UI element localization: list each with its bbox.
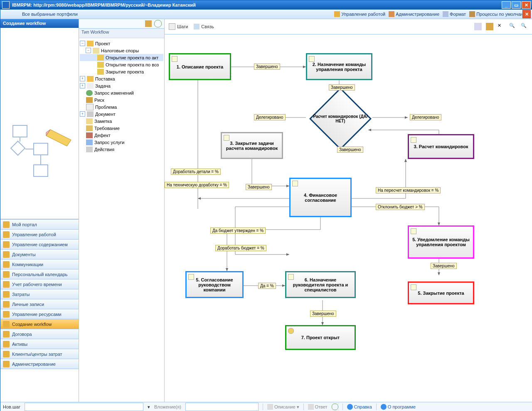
nav-documents[interactable]: Документы: [0, 250, 79, 259]
step-icon: [288, 274, 294, 280]
node-5c[interactable]: 5. Закрытие проекта: [408, 281, 474, 304]
svg-rect-3: [34, 165, 48, 176]
node-7[interactable]: 7. Проект открыт: [285, 325, 356, 350]
canvas-toolbar: Шаги Связь ✕ 🔍 🔍: [165, 19, 532, 34]
menu-default-processes[interactable]: Процессы по умолчанию: [469, 11, 529, 17]
step-icon: [188, 274, 194, 280]
minimize-button[interactable]: _: [502, 1, 511, 9]
print-icon[interactable]: [145, 20, 152, 27]
refresh-icon[interactable]: [332, 404, 338, 410]
tree-defect[interactable]: Дефект: [80, 132, 163, 139]
tree-project[interactable]: −Проект: [80, 40, 163, 47]
nav-costs[interactable]: Затраты: [0, 289, 79, 299]
tree-open-voz[interactable]: Открытие проекта по воз: [80, 61, 163, 68]
step-icon: [411, 228, 416, 234]
node-2[interactable]: 2. Назначение команды управления проекта: [306, 53, 372, 80]
node-5a[interactable]: 5. Согласование руководством компании: [185, 271, 244, 298]
svg-marker-7: [46, 130, 71, 146]
tree-document[interactable]: +Документ: [80, 110, 163, 117]
nav-communications[interactable]: Коммуникации: [0, 259, 79, 269]
description-link[interactable]: Описание ▾: [267, 404, 299, 410]
print-icon[interactable]: [486, 23, 493, 30]
nav-work-mgmt[interactable]: Управление работой: [0, 230, 79, 240]
edge-label: Делегировано: [410, 114, 441, 120]
edge-label: Завершено: [310, 311, 336, 317]
menu-admin[interactable]: Администрирование: [389, 11, 439, 17]
tool-steps[interactable]: Шаги: [169, 23, 188, 30]
app-icon: [2, 1, 10, 9]
about-link[interactable]: О программе: [381, 404, 416, 410]
node-1[interactable]: 1. Описание проекта: [169, 53, 231, 80]
menu-format[interactable]: Формат: [443, 11, 466, 17]
decision-1[interactable]: Расчет командировок (ДА/НЕТ): [309, 88, 372, 150]
nav-personal[interactable]: Личные записи: [0, 299, 79, 309]
tree-service-req[interactable]: Запрос услуги: [80, 139, 163, 146]
nav-resource-mgmt[interactable]: Управление ресурсами: [0, 309, 79, 319]
edge-label: Завершено: [329, 84, 355, 91]
new-step-input[interactable]: [25, 403, 143, 411]
menubar: Все выбранные портфели Управление работо…: [0, 10, 532, 19]
edge-label: Делегировано: [254, 114, 286, 120]
tree-tax-disputes[interactable]: −Налоговые споры: [80, 47, 163, 54]
refresh-icon[interactable]: [154, 20, 162, 27]
zoom-in-icon[interactable]: 🔍: [509, 23, 517, 30]
edge-label: На техническую доработку = %: [165, 182, 229, 188]
edge-label: Завершено: [337, 147, 363, 153]
nav-clients[interactable]: Клиенты/центры затрат: [0, 349, 79, 359]
node-5b[interactable]: 5. Уведомление команды управления проект…: [408, 225, 474, 259]
nav-admin[interactable]: Администрирование: [0, 359, 79, 369]
save-icon[interactable]: [474, 23, 482, 30]
close-button[interactable]: ✕: [522, 1, 531, 9]
attachments-input[interactable]: [185, 403, 259, 411]
tool-link[interactable]: Связь: [194, 24, 214, 29]
panel-close-button[interactable]: ✕: [522, 10, 531, 18]
tree-requirement[interactable]: Требование: [80, 125, 163, 132]
titlebar: IBMRPM: http://rpm:9080/webapp/IBMRPM/IB…: [0, 0, 532, 10]
tree-open-act[interactable]: Открытие проекта по акт: [80, 54, 163, 61]
edge-label: Доработать детали = %: [171, 169, 221, 175]
nav-content-mgmt[interactable]: Управление содержанием: [0, 240, 79, 250]
zoom-out-icon[interactable]: 🔍: [521, 23, 528, 30]
node-6[interactable]: 6. Назначение руководителя проекта и спе…: [285, 271, 356, 298]
menu-work-mgmt[interactable]: Управление работой: [334, 11, 385, 17]
nav-workflow-create[interactable]: Создание workflow: [0, 319, 79, 329]
tree-actions[interactable]: Действия: [80, 146, 163, 153]
edge-label: Да = %: [258, 283, 276, 289]
tree-close-project[interactable]: Закрытие проекта: [80, 68, 163, 75]
nav-header: Создание workflow: [0, 19, 79, 28]
edge-label: Да бюджет утвержден = %: [210, 228, 266, 234]
node-3a[interactable]: 3. Закрытие задачи расчета командировок: [221, 132, 283, 159]
window-title: IBMRPM: http://rpm:9080/webapp/IBMRPM/IB…: [12, 2, 196, 7]
svg-rect-1: [11, 141, 25, 155]
answer-link[interactable]: Ответ: [308, 404, 328, 410]
step-icon: [172, 56, 177, 62]
step-icon: [411, 137, 416, 143]
nav-contracts[interactable]: Договора: [0, 329, 79, 339]
nav-time-tracking[interactable]: Учет рабочего времени: [0, 279, 79, 289]
edge-label: Завершено: [246, 184, 272, 190]
attachments-label[interactable]: Вложение(я): [154, 404, 181, 409]
edge-label: Отклонить бюджет > %: [376, 204, 425, 210]
workflow-tree[interactable]: −Проект −Налоговые споры Открытие проект…: [79, 38, 164, 402]
help-link[interactable]: Справка: [347, 404, 372, 410]
portfolio-label[interactable]: Все выбранные портфели: [4, 12, 334, 17]
maximize-button[interactable]: ▭: [512, 1, 521, 9]
node-4[interactable]: 4. Финансовое согласование: [289, 178, 352, 217]
step-icon: [292, 181, 298, 186]
tree-toolbar: [79, 19, 164, 29]
tree-task[interactable]: +Задача: [80, 82, 163, 89]
tree-delivery[interactable]: +Поставка: [80, 75, 163, 82]
edge-label: Доработать бюджет = %: [215, 245, 266, 251]
nav-calendar[interactable]: Персональный календарь: [0, 269, 79, 279]
svg-rect-0: [13, 125, 27, 137]
tree-risk[interactable]: Риск: [80, 96, 163, 103]
nav-my-portal[interactable]: Мой портал: [0, 220, 79, 230]
nav-assets[interactable]: Активы: [0, 339, 79, 349]
tree-problem[interactable]: Проблема: [80, 103, 163, 110]
workflow-canvas[interactable]: 1. Описание проекта 2. Назначение команд…: [165, 34, 532, 402]
node-3b[interactable]: 3. Расчет командировок: [408, 134, 474, 159]
svg-rect-2: [34, 143, 48, 155]
tree-change-req[interactable]: Запрос изменений: [80, 89, 163, 96]
delete-icon[interactable]: ✕: [498, 23, 505, 30]
tree-note[interactable]: Заметка: [80, 117, 163, 125]
